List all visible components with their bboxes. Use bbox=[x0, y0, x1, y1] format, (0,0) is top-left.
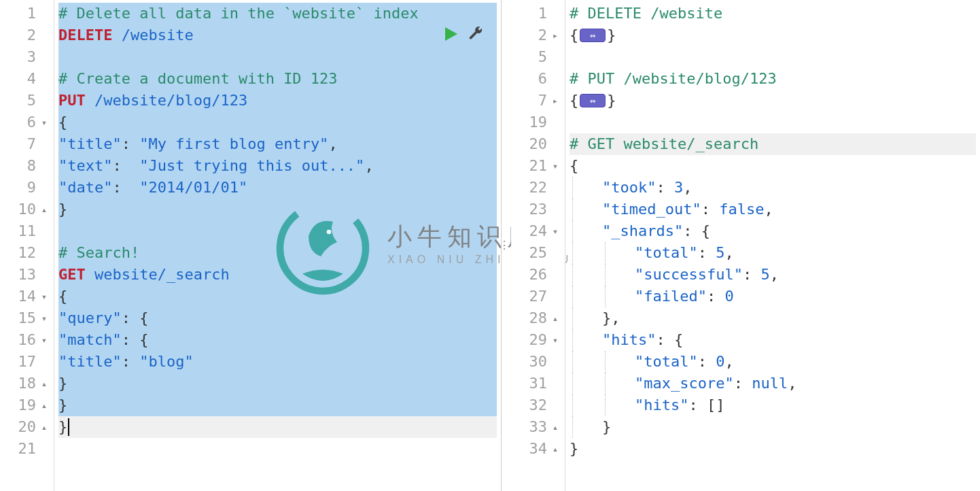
json-key: "max_score" bbox=[635, 373, 734, 394]
fold-end-icon[interactable] bbox=[550, 416, 561, 438]
gutter-row: 8 bbox=[0, 155, 54, 177]
json-number: 5 bbox=[716, 242, 724, 264]
fold-closed-icon[interactable] bbox=[550, 90, 561, 112]
line-number: 30 bbox=[511, 351, 550, 373]
line-number: 19 bbox=[0, 394, 39, 416]
gutter-row: 21 bbox=[511, 155, 565, 177]
json-key: "_shards" bbox=[602, 220, 683, 242]
line-number: 19 bbox=[511, 112, 550, 133]
brace: { bbox=[139, 307, 148, 329]
line-number: 31 bbox=[511, 373, 550, 394]
gutter-row: 10 bbox=[0, 199, 54, 220]
json-array: [] bbox=[707, 394, 725, 416]
fold-end-icon[interactable] bbox=[550, 438, 561, 460]
request-action-bar bbox=[442, 26, 483, 42]
text-cursor bbox=[68, 418, 69, 436]
fold-end-icon[interactable] bbox=[39, 394, 50, 416]
gutter-row: 6 bbox=[511, 68, 565, 90]
json-literal: false bbox=[719, 199, 764, 220]
brace: } bbox=[58, 394, 67, 416]
fold-open-icon[interactable] bbox=[550, 220, 561, 242]
gutter-row: 7 bbox=[0, 133, 54, 155]
fold-open-icon[interactable] bbox=[39, 112, 50, 133]
request-path: /website bbox=[112, 24, 193, 46]
comment: # Create a document with ID 123 bbox=[58, 68, 338, 90]
line-number: 1 bbox=[511, 3, 550, 24]
line-number: 13 bbox=[0, 264, 39, 286]
gutter-row: 26 bbox=[511, 264, 565, 286]
pane-splitter[interactable]: ⋮ bbox=[502, 0, 511, 491]
line-number: 9 bbox=[0, 177, 39, 199]
fold-end-icon[interactable] bbox=[39, 199, 50, 220]
json-number: 3 bbox=[674, 177, 683, 199]
line-number: 11 bbox=[0, 220, 39, 242]
gutter-row: 23 bbox=[511, 199, 565, 220]
request-path: website/_search bbox=[86, 264, 230, 286]
json-key: "match" bbox=[58, 329, 122, 351]
line-number: 29 bbox=[511, 329, 550, 351]
fold-end-icon[interactable] bbox=[550, 307, 561, 329]
line-number: 24 bbox=[511, 220, 550, 242]
gutter-row: 34 bbox=[511, 438, 565, 460]
play-icon[interactable] bbox=[442, 26, 459, 42]
brace: }, bbox=[602, 307, 620, 329]
line-number: 1 bbox=[0, 3, 39, 24]
line-number: 18 bbox=[0, 373, 39, 394]
json-string: "Just trying this out..." bbox=[139, 155, 364, 177]
fold-badge-icon[interactable] bbox=[580, 94, 606, 107]
gutter-row: 31 bbox=[511, 373, 565, 394]
comment: # GET website/_search bbox=[570, 133, 758, 155]
json-key: "hits" bbox=[602, 329, 656, 351]
line-number: 20 bbox=[511, 133, 550, 155]
brace: { bbox=[570, 24, 578, 46]
fold-badge-icon[interactable] bbox=[580, 29, 606, 42]
gutter-row: 3 bbox=[0, 46, 54, 68]
svg-marker-0 bbox=[445, 27, 457, 41]
line-number-gutter: 123456789101112131415161718192021 bbox=[0, 0, 54, 491]
json-number: 0 bbox=[724, 286, 733, 307]
brace: } bbox=[602, 416, 611, 438]
json-number: 5 bbox=[760, 264, 769, 286]
fold-open-icon[interactable] bbox=[550, 329, 561, 351]
gutter-row: 2 bbox=[511, 24, 565, 46]
comment: # Delete all data in the `website` index bbox=[58, 3, 419, 24]
line-number: 12 bbox=[0, 242, 39, 264]
fold-open-icon[interactable] bbox=[550, 155, 561, 177]
line-number: 22 bbox=[511, 177, 550, 199]
gutter-row: 30 bbox=[511, 351, 565, 373]
fold-end-icon[interactable] bbox=[39, 416, 50, 438]
wrench-icon[interactable] bbox=[468, 26, 483, 42]
line-number: 34 bbox=[511, 438, 550, 460]
brace: } bbox=[58, 373, 67, 394]
fold-open-icon[interactable] bbox=[39, 307, 50, 329]
gutter-row: 12 bbox=[0, 242, 54, 264]
line-number: 16 bbox=[0, 329, 39, 351]
http-verb: PUT bbox=[58, 90, 86, 112]
fold-end-icon[interactable] bbox=[39, 373, 50, 394]
brace: { bbox=[139, 329, 148, 351]
request-path: /website/blog/123 bbox=[86, 90, 247, 112]
http-verb: GET bbox=[58, 264, 86, 286]
fold-open-icon[interactable] bbox=[39, 329, 50, 351]
line-number: 2 bbox=[0, 24, 39, 46]
line-number: 33 bbox=[511, 416, 550, 438]
gutter-row: 9 bbox=[0, 177, 54, 199]
gutter-row: 11 bbox=[0, 220, 54, 242]
line-number: 7 bbox=[0, 133, 39, 155]
json-key: "successful" bbox=[635, 264, 743, 286]
json-key: "query" bbox=[58, 307, 122, 329]
json-key: "hits" bbox=[635, 394, 688, 416]
fold-closed-icon[interactable] bbox=[550, 24, 561, 46]
gutter-row: 32 bbox=[511, 394, 565, 416]
gutter-row: 21 bbox=[0, 438, 54, 460]
brace: { bbox=[58, 112, 67, 133]
fold-open-icon[interactable] bbox=[39, 286, 50, 307]
gutter-row: 24 bbox=[511, 220, 565, 242]
gutter-row: 20 bbox=[511, 133, 565, 155]
request-editor[interactable]: # Delete all data in the `website` index… bbox=[54, 0, 501, 491]
response-viewer[interactable]: # DELETE /website {} # PUT /website/blog… bbox=[565, 0, 980, 491]
brace: } bbox=[58, 416, 67, 438]
line-number: 27 bbox=[511, 286, 550, 307]
gutter-row: 19 bbox=[0, 394, 54, 416]
line-number: 2 bbox=[511, 24, 550, 46]
